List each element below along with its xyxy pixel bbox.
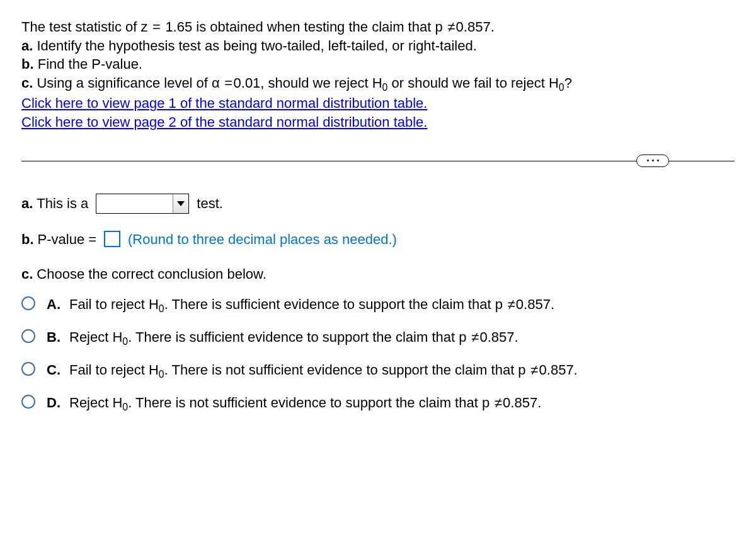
text: Reject H xyxy=(69,395,122,410)
text: Identify the hypothesis test as being tw… xyxy=(37,38,476,54)
text: P-value xyxy=(38,230,85,249)
option-label: D. Reject H0. There is not sufficient ev… xyxy=(47,393,541,414)
option-letter: A. xyxy=(47,295,62,315)
radio-icon xyxy=(21,395,35,409)
text: Choose the correct conclusion below. xyxy=(37,265,266,284)
text: Fail to reject H xyxy=(69,296,159,312)
dot-icon xyxy=(647,160,649,161)
option-text: Fail to reject H0. There is sufficient e… xyxy=(69,295,554,315)
option-text: Fail to reject H0. There is not sufficie… xyxy=(69,361,578,381)
prompt-part-b: b. Find the P-value. xyxy=(21,55,735,74)
label-a: a. xyxy=(21,194,33,213)
subscript: 0 xyxy=(382,82,388,93)
text: ≠ xyxy=(495,395,502,410)
text: . There is not sufficient evidence to su… xyxy=(128,395,490,410)
option-text: Reject H0. There is sufficient evidence … xyxy=(69,328,518,348)
dot-icon xyxy=(652,160,654,161)
label-b: b. xyxy=(21,56,34,72)
text: This is a xyxy=(37,194,88,213)
subscript: 0 xyxy=(159,303,164,314)
text: = xyxy=(152,19,161,35)
text: ≠ xyxy=(447,19,455,35)
text: 0.857. xyxy=(516,296,554,312)
answer-c-prompt: c. Choose the correct conclusion below. xyxy=(21,265,735,284)
option-label: A. Fail to reject H0. There is sufficien… xyxy=(47,295,554,315)
text: ? xyxy=(564,75,572,91)
text: 1.65 is obtained when testing the claim … xyxy=(165,19,442,35)
text: . There is sufficient evidence to suppor… xyxy=(128,329,466,345)
text: . There is sufficient evidence to suppor… xyxy=(164,296,503,312)
text: test. xyxy=(197,194,223,213)
text: ≠ xyxy=(507,296,515,312)
chevron-down-icon xyxy=(173,194,188,213)
dot-icon xyxy=(657,160,659,161)
dropdown-value xyxy=(96,194,173,213)
question-prompt: The test statistic of z = 1.65 is obtain… xyxy=(21,18,735,132)
text: ≠ xyxy=(530,362,538,378)
divider-line xyxy=(21,161,735,161)
option-letter: B. xyxy=(47,328,62,348)
text: Find the P-value. xyxy=(38,56,142,72)
text: = xyxy=(88,230,96,249)
option-c[interactable]: C. Fail to reject H0. There is not suffi… xyxy=(21,361,735,381)
label-c: c. xyxy=(21,265,33,284)
label-a: a. xyxy=(21,38,33,54)
text: 0.857. xyxy=(479,329,518,345)
link-table-page2[interactable]: Click here to view page 2 of the standar… xyxy=(21,113,427,132)
answer-b: b. P-value = (Round to three decimal pla… xyxy=(21,230,735,249)
pvalue-input[interactable] xyxy=(104,231,120,247)
option-label: C. Fail to reject H0. There is not suffi… xyxy=(47,361,578,381)
option-b[interactable]: B. Reject H0. There is sufficient eviden… xyxy=(21,328,735,348)
option-letter: D. xyxy=(47,393,62,414)
text: 0.857. xyxy=(539,362,578,378)
text: Reject H xyxy=(69,329,122,345)
subscript: 0 xyxy=(559,82,564,93)
answers-block: a. This is a test. b. P-value = (Round t… xyxy=(21,194,735,414)
prompt-part-c: c. Using a significance level of α = 0.0… xyxy=(21,74,735,94)
radio-icon xyxy=(21,296,35,310)
subscript: 0 xyxy=(159,369,164,380)
subscript: 0 xyxy=(122,402,128,412)
radio-group-conclusion: A. Fail to reject H0. There is sufficien… xyxy=(21,295,735,414)
text: ≠ xyxy=(471,329,479,345)
text: Using a significance level of α xyxy=(37,75,219,91)
text: 0.01, should we reject H xyxy=(234,75,382,91)
text: 0.857. xyxy=(503,395,541,410)
text: . There is not sufficient evidence to su… xyxy=(164,362,526,378)
text: Fail to reject H xyxy=(69,362,159,378)
rounding-hint: (Round to three decimal places as needed… xyxy=(128,230,397,249)
option-letter: C. xyxy=(47,361,62,381)
text: The test statistic of z xyxy=(21,19,148,35)
text: = xyxy=(224,75,232,91)
option-text: Reject H0. There is not sufficient evide… xyxy=(69,393,541,414)
link-table-page1[interactable]: Click here to view page 1 of the standar… xyxy=(21,94,427,113)
tail-type-dropdown[interactable] xyxy=(96,194,189,214)
answer-a: a. This is a test. xyxy=(21,194,735,214)
text: 0.857. xyxy=(456,19,495,35)
option-a[interactable]: A. Fail to reject H0. There is sufficien… xyxy=(21,295,735,315)
option-label: B. Reject H0. There is sufficient eviden… xyxy=(47,328,518,348)
radio-icon xyxy=(21,362,35,376)
label-b: b. xyxy=(21,230,34,249)
option-d[interactable]: D. Reject H0. There is not sufficient ev… xyxy=(21,393,735,414)
subscript: 0 xyxy=(122,336,128,347)
label-c: c. xyxy=(21,75,33,91)
prompt-part-a: a. Identify the hypothesis test as being… xyxy=(21,37,735,55)
divider xyxy=(21,154,735,156)
more-button[interactable] xyxy=(636,154,669,167)
radio-icon xyxy=(21,329,35,343)
prompt-intro: The test statistic of z = 1.65 is obtain… xyxy=(21,18,735,37)
text: or should we fail to reject H xyxy=(392,75,559,91)
